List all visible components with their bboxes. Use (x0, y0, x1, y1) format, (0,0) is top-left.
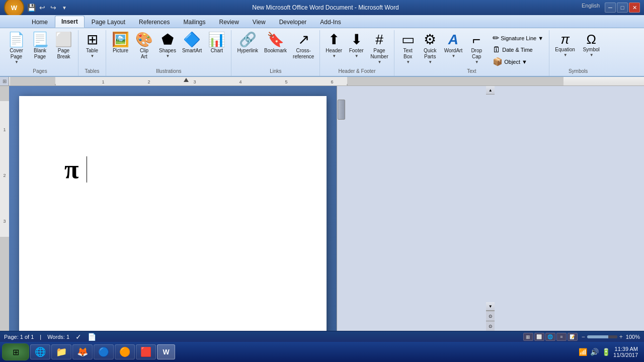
bookmark-icon: 🔖 (267, 33, 284, 47)
quick-parts-button[interactable]: ⚙ QuickParts ▼ (420, 31, 441, 66)
zoom-in-icon[interactable]: + (619, 333, 623, 340)
tab-page-layout[interactable]: Page Layout (85, 16, 132, 28)
quick-parts-arrow: ▼ (428, 60, 432, 64)
footer-icon: ⬇ (351, 33, 362, 47)
footer-arrow: ▼ (355, 54, 359, 58)
outline-view-btn[interactable]: ≡ (556, 333, 567, 341)
cover-page-button[interactable]: 📄 CoverPage ▼ (5, 31, 28, 66)
maximize-button[interactable]: □ (617, 3, 628, 13)
group-tables: ⊞ Table ▼ Tables (78, 30, 106, 76)
tab-home[interactable]: Home (25, 16, 54, 28)
document-content[interactable]: π (64, 156, 87, 183)
clock-date: 11/3/2017 (613, 352, 638, 358)
status-sep1: | (40, 334, 41, 340)
footer-button[interactable]: ⬇ Footer ▼ (346, 31, 367, 60)
shapes-button[interactable]: ⬟ Shapes ▼ (156, 31, 179, 60)
taskbar-app1[interactable]: 🟠 (115, 344, 135, 359)
tab-insert[interactable]: Insert (55, 16, 85, 28)
drop-cap-button[interactable]: ⌐ DropCap ▼ (466, 31, 487, 66)
page-break-button[interactable]: ⬜ PageBreak (52, 31, 75, 61)
svg-text:3: 3 (3, 219, 6, 224)
battery-icon: 🔋 (602, 348, 610, 356)
ruler-corner[interactable]: ⊞ (0, 77, 9, 86)
symbol-arrow: ▼ (590, 53, 594, 57)
print-layout-btn[interactable]: ▦ (523, 333, 533, 341)
vertical-scrollbar[interactable]: ▲ ▼ ⊙ ⊙ (337, 86, 645, 331)
tab-references[interactable]: References (132, 16, 176, 28)
track-changes-icon[interactable]: 📄 (88, 333, 96, 341)
zoom-slider[interactable] (587, 335, 617, 338)
picture-button[interactable]: 🖼️ Picture (109, 31, 132, 55)
group-links-label: Links (234, 67, 316, 75)
group-tables-label: Tables (82, 67, 103, 75)
taskbar-app2[interactable]: 🟥 (136, 344, 156, 359)
scroll-track[interactable] (337, 95, 645, 302)
table-button[interactable]: ⊞ Table ▼ (82, 31, 103, 60)
clock-time: 11:39 AM (613, 346, 638, 352)
main-area: 1 2 3 π ▲ ▼ ⊙ ⊙ (0, 86, 644, 331)
chart-button[interactable]: 📊 Chart (205, 31, 228, 55)
symbol-button[interactable]: Ω Symbol ▼ (579, 31, 604, 59)
equation-arrow: ▼ (564, 53, 568, 57)
browse-next-button[interactable]: ⊙ (486, 321, 495, 331)
full-screen-btn[interactable]: ⬜ (534, 333, 544, 341)
taskbar-word[interactable]: W (157, 344, 175, 359)
tab-review[interactable]: Review (212, 16, 245, 28)
scroll-thumb[interactable] (338, 100, 345, 120)
date-time-button[interactable]: 🗓 Date & Time (490, 44, 546, 55)
document-page[interactable]: π (19, 96, 327, 331)
smartart-button[interactable]: 🔷 SmartArt (180, 31, 204, 55)
page-number-button[interactable]: # PageNumber ▼ (368, 31, 391, 66)
zoom-control: − + 100% (582, 333, 640, 340)
signature-line-button[interactable]: ✏ Signature Line ▼ (490, 32, 546, 44)
tab-view[interactable]: View (246, 16, 272, 28)
scroll-up-button[interactable]: ▲ (486, 86, 495, 95)
text-box-button[interactable]: ▭ TextBox ▼ (397, 31, 419, 66)
hyperlink-button[interactable]: 🔗 Hyperlink (234, 31, 261, 55)
taskbar-ie[interactable]: 🌐 (30, 344, 50, 359)
object-icon: 📦 (493, 57, 503, 66)
browse-prev-button[interactable]: ⊙ (486, 311, 495, 321)
group-header-footer-content: ⬆ Header ▼ ⬇ Footer ▼ # PageNumber ▼ (323, 31, 390, 67)
group-links: 🔗 Hyperlink 🔖 Bookmark ↗ Cross-reference… (231, 30, 320, 76)
start-button[interactable]: ⊞ (2, 343, 29, 360)
taskbar-explorer[interactable]: 📁 (51, 344, 71, 359)
svg-text:4: 4 (239, 79, 242, 84)
taskbar-firefox[interactable]: 🦊 (72, 344, 93, 359)
cross-reference-button[interactable]: ↗ Cross-reference (290, 31, 316, 61)
cover-page-arrow: ▼ (15, 60, 19, 64)
document-area[interactable]: π (9, 86, 337, 331)
equation-button[interactable]: π Equation ▼ (552, 31, 578, 59)
web-layout-btn[interactable]: 🌐 (545, 333, 555, 341)
group-symbols-label: Symbols (552, 67, 604, 75)
blank-page-button[interactable]: 📃 BlankPage (29, 31, 51, 61)
table-icon: ⊞ (87, 33, 98, 47)
group-pages-content: 📄 CoverPage ▼ 📃 BlankPage ⬜ PageBreak (5, 31, 75, 67)
ruler-svg: 1 2 3 4 5 6 (10, 77, 564, 86)
undo-quick-btn[interactable]: ↩ (37, 3, 47, 12)
group-illustrations-content: 🖼️ Picture 🎨 ClipArt ⬟ Shapes ▼ 🔷 SmartA… (109, 31, 228, 67)
signature-line-icon: ✏ (493, 33, 499, 43)
tab-mailings[interactable]: Mailings (177, 16, 212, 28)
tab-add-ins[interactable]: Add-Ins (313, 16, 347, 28)
save-quick-btn[interactable]: 💾 (26, 3, 36, 12)
draft-view-btn[interactable]: 📝 (568, 333, 578, 341)
wordart-button[interactable]: A WordArt ▼ (442, 31, 465, 60)
minimize-button[interactable]: ─ (605, 3, 616, 13)
scroll-down-button[interactable]: ▼ (486, 302, 495, 311)
svg-rect-14 (0, 237, 9, 331)
customize-quick-btn[interactable]: ▼ (59, 3, 69, 12)
close-button[interactable]: ✕ (629, 3, 640, 13)
object-button[interactable]: 📦 Object ▼ (490, 56, 546, 67)
header-button[interactable]: ⬆ Header ▼ (323, 31, 345, 60)
horizontal-ruler: 1 2 3 4 5 6 (9, 77, 644, 86)
redo-quick-btn[interactable]: ↪ (48, 3, 58, 12)
taskbar-chrome[interactable]: 🔵 (94, 344, 114, 359)
view-buttons: ▦ ⬜ 🌐 ≡ 📝 (523, 333, 578, 341)
tab-developer[interactable]: Developer (273, 16, 313, 28)
zoom-out-icon[interactable]: − (582, 333, 585, 340)
bookmark-button[interactable]: 🔖 Bookmark (262, 31, 289, 55)
header-arrow: ▼ (332, 54, 336, 58)
clip-art-button[interactable]: 🎨 ClipArt (133, 31, 155, 61)
spell-check-icon[interactable]: ✓ (75, 333, 82, 341)
